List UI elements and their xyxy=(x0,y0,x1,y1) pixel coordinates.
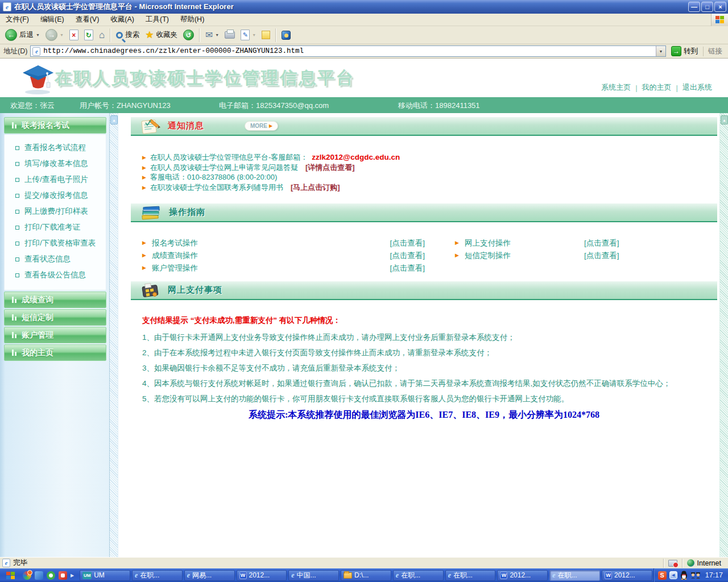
links-label[interactable]: 链接 xyxy=(703,47,726,56)
sidebar-section-sms[interactable]: 短信定制 xyxy=(4,309,106,326)
address-url: http://www.chinadegrees.cn/zzlk/enter-00… xyxy=(43,47,653,55)
task-word-2[interactable]: W2012... xyxy=(497,570,548,581)
sidebar-item-exam-process[interactable]: 查看报名考试流程 xyxy=(5,140,106,156)
search-button[interactable]: 搜索 xyxy=(113,27,142,43)
history-button[interactable]: ↺ xyxy=(180,27,197,43)
edit-button[interactable]: ✎ ▼ xyxy=(238,27,259,43)
mail-caret-icon[interactable]: ▼ xyxy=(215,33,219,37)
task-ie-4[interactable]: e在职... xyxy=(393,570,444,581)
restore-button[interactable]: □ xyxy=(701,2,713,12)
sidebar-item-photo[interactable]: 上传/查看电子照片 xyxy=(5,172,106,188)
tray-chevron-icon[interactable]: ◀ xyxy=(669,571,677,579)
browser-swirl-icon[interactable] xyxy=(23,571,31,580)
faq-detail-link[interactable]: [详情点击查看] xyxy=(305,163,355,173)
green-ring-icon[interactable] xyxy=(47,571,55,580)
task-ie-1[interactable]: e在职... xyxy=(132,570,183,581)
minimize-button[interactable]: — xyxy=(688,2,700,12)
menu-view[interactable]: 查看(V) xyxy=(70,15,105,24)
content-collapse-strip[interactable]: ▲ xyxy=(719,113,728,557)
sidebar-section-my-home[interactable]: 我的主页 xyxy=(4,344,106,361)
stop-button[interactable]: × xyxy=(67,27,81,43)
sogou-input-icon[interactable]: S xyxy=(658,571,667,580)
menu-edit[interactable]: 编辑(E) xyxy=(35,15,70,24)
collapse-right-button[interactable]: ▲ xyxy=(721,115,728,124)
task-ie-5[interactable]: e在职... xyxy=(445,570,496,581)
address-dropdown-button[interactable]: ▼ xyxy=(656,46,665,56)
task-word-3[interactable]: W2012... xyxy=(602,570,652,581)
home-button[interactable]: ⌂ xyxy=(96,27,107,43)
sidebar-collapse-strip[interactable]: ▲ xyxy=(110,113,118,557)
more-button[interactable]: MORE ▶ xyxy=(245,121,278,131)
guide-label: 短信定制操作 xyxy=(465,251,578,261)
guide-view-link[interactable]: [点击查看] xyxy=(584,238,619,248)
ie-quick-icon[interactable] xyxy=(35,571,43,580)
nav-system-home[interactable]: 系统主页 xyxy=(601,82,631,93)
sidebar-item-status-info[interactable]: 查看状态信息 xyxy=(5,251,106,267)
media-player-icon[interactable] xyxy=(59,571,67,580)
task-folder[interactable]: D:\... xyxy=(341,570,391,581)
bar xyxy=(15,334,16,338)
address-input[interactable]: e http://www.chinadegrees.cn/zzlk/enter-… xyxy=(30,45,666,57)
favorites-button[interactable]: ★ 收藏夹 xyxy=(142,27,180,43)
sidebar-item-label: 查看各级公告信息 xyxy=(24,270,86,280)
task-ie-3[interactable]: e中国... xyxy=(288,570,339,581)
flag-cell xyxy=(715,20,719,23)
notice-text: 在职人员攻读硕士学位管理信息平台-客服邮箱： xyxy=(150,153,308,163)
guide-item-account: ▶ 账户管理操作 [点击查看] xyxy=(131,263,441,273)
guide-row: ▶ 报名考试操作 [点击查看] ▶ 网上支付操作 [点击查看] xyxy=(131,237,717,250)
task-ie-2[interactable]: e网易... xyxy=(184,570,235,581)
collapse-left-button[interactable]: ▲ xyxy=(110,115,118,124)
messenger-button[interactable] xyxy=(279,27,293,43)
square-bullet-icon xyxy=(15,242,19,246)
square-bullet-icon xyxy=(15,257,19,261)
bar xyxy=(15,317,16,321)
print-button[interactable] xyxy=(222,27,238,43)
sidebar-item-qualification-form[interactable]: 打印/下载资格审查表 xyxy=(5,235,106,251)
book-order-link[interactable]: [马上点击订购] xyxy=(291,183,340,193)
guide-label: 成绩查询操作 xyxy=(152,251,198,261)
task-um[interactable]: UMUM xyxy=(80,570,130,581)
notice-text: 客服电话：010-82378806 (8:00-20:00) xyxy=(150,173,277,182)
sidebar-item-label: 查看报名考试流程 xyxy=(24,143,86,153)
sidebar-item-basic-info[interactable]: 填写/修改基本信息 xyxy=(5,156,106,172)
menu-file[interactable]: 文件(F) xyxy=(0,15,35,24)
sidebar-section-scores[interactable]: 成绩查询 xyxy=(4,292,106,308)
guide-view-link[interactable]: [点击查看] xyxy=(390,251,441,261)
mail-button[interactable]: ✉ ▼ xyxy=(202,27,222,43)
graduates-icon[interactable] xyxy=(690,571,701,580)
guide-view-link[interactable]: [点击查看] xyxy=(390,238,441,248)
guide-label: 账户管理操作 xyxy=(152,263,198,273)
browser-viewport: 在职人员攻读硕士学位管理信息平台 系统主页 | 我的主页 | 退出系统 欢迎您：… xyxy=(0,59,728,557)
task-word-1[interactable]: W2012... xyxy=(237,570,287,581)
guide-view-link[interactable]: [点击查看] xyxy=(390,263,441,273)
nav-my-home[interactable]: 我的主页 xyxy=(642,82,672,93)
back-button[interactable]: ← 后退 ▼ xyxy=(2,27,43,43)
qq-penguin-icon[interactable] xyxy=(680,571,688,580)
sidebar-section-account[interactable]: 账户管理 xyxy=(4,327,106,343)
back-caret-icon[interactable]: ▼ xyxy=(36,33,40,37)
discuss-button[interactable] xyxy=(259,27,273,43)
taskbar: ▶ UMUM e在职... e网易... W2012... e中国... D:\… xyxy=(0,568,728,582)
close-button[interactable]: × xyxy=(714,2,726,12)
sidebar-item-pay-print[interactable]: 网上缴费/打印样表 xyxy=(5,203,106,219)
notepad-icon xyxy=(140,118,160,134)
refresh-button[interactable]: ↻ xyxy=(81,27,96,43)
menu-help[interactable]: 帮助(H) xyxy=(175,15,210,24)
menu-tools[interactable]: 工具(T) xyxy=(140,15,175,24)
um-icon: UM xyxy=(82,572,92,579)
sidebar-item-announcements[interactable]: 查看各级公告信息 xyxy=(5,267,106,283)
sidebar-item-apply-info[interactable]: 提交/修改报考信息 xyxy=(5,188,106,203)
flag-cell xyxy=(715,16,719,19)
guide-view-link[interactable]: [点击查看] xyxy=(584,251,619,261)
task-ie-active[interactable]: e在职... xyxy=(549,570,600,581)
forward-button[interactable]: → ▼ xyxy=(43,27,67,43)
sidebar-item-admission-ticket[interactable]: 打印/下载准考证 xyxy=(5,219,106,235)
section-bars-icon xyxy=(12,332,16,338)
nav-logout[interactable]: 退出系统 xyxy=(682,82,712,93)
notice-item: ▶ 在职人员攻读硕士学位管理信息平台-客服邮箱： zzlk2012@cdgdc.… xyxy=(142,153,717,163)
sidebar-section-exam[interactable]: 联考报名考试 xyxy=(4,117,106,134)
quick-expand-icon[interactable]: ▶ xyxy=(71,573,74,578)
go-button[interactable]: → 转到 xyxy=(669,46,700,56)
start-button[interactable] xyxy=(0,568,20,582)
menu-favorites[interactable]: 收藏(A) xyxy=(105,15,140,24)
